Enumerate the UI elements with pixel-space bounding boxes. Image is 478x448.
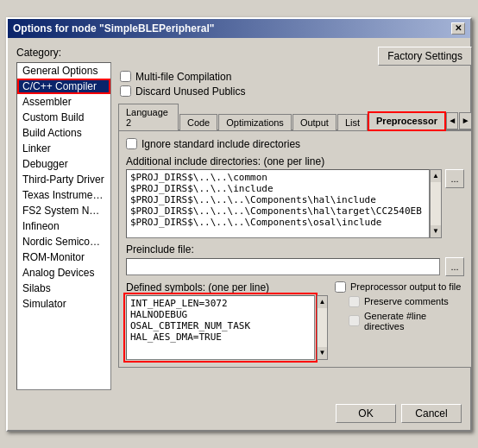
dialog-window: Options for node "SimpleBLEPeripheral" ✕… — [6, 17, 472, 432]
sidebar-item-third-party[interactable]: Third-Party Driver — [17, 172, 110, 187]
sidebar-item-cpp-compiler[interactable]: C/C++ Compiler — [17, 79, 110, 94]
preinclude-row: ... — [126, 257, 464, 276]
category-panel: Category: General Options C/C++ Compiler… — [16, 47, 111, 390]
multi-file-checkbox[interactable] — [120, 71, 131, 82]
additional-dirs-textarea[interactable]: $PROJ_DIRS$\..\..\common $PROJ_DIRS$\..\… — [126, 169, 430, 238]
discard-unused-checkbox[interactable] — [120, 85, 131, 97]
sidebar-item-general[interactable]: General Options — [17, 63, 110, 79]
generate-directives-label: Generate #line directives — [364, 311, 464, 331]
sidebar-item-analog[interactable]: Analog Devices — [17, 265, 110, 281]
preserve-comments-checkbox[interactable] — [349, 296, 360, 307]
tab-nav-left[interactable]: ◄ — [446, 112, 459, 129]
generate-directives-checkbox[interactable] — [349, 315, 360, 326]
sidebar-item-custom-build[interactable]: Custom Build — [17, 110, 110, 125]
preserve-comments-row: Preserve comments — [349, 296, 464, 307]
symbols-scroll-down[interactable]: ▼ — [318, 347, 327, 359]
tab-optimizations[interactable]: Optimizations — [218, 114, 292, 130]
defined-symbols-label: Defined symbols: (one per line) — [126, 281, 328, 293]
sidebar-item-assembler[interactable]: Assembler — [17, 94, 110, 110]
symbols-scroll-up[interactable]: ▲ — [318, 296, 327, 308]
multi-file-row: Multi-file Compilation — [120, 71, 472, 83]
additional-dirs-container: $PROJ_DIRS$\..\..\common $PROJ_DIRS$\..\… — [126, 169, 442, 238]
additional-dirs-scrollbar[interactable]: ▲ ▼ — [430, 169, 442, 238]
sidebar-item-linker[interactable]: Linker — [17, 141, 110, 156]
discard-unused-row: Discard Unused Publics — [120, 85, 472, 98]
preinclude-input[interactable] — [126, 258, 440, 275]
ignore-dirs-checkbox[interactable] — [126, 138, 137, 149]
sidebar-item-debugger[interactable]: Debugger — [17, 156, 110, 172]
preprocessor-output-row: Preprocessor output to file — [335, 281, 464, 293]
preprocessor-options-section: Preprocessor output to file Preserve com… — [335, 281, 464, 360]
ignore-dirs-row: Ignore standard include directories — [126, 138, 464, 150]
sidebar-item-simulator[interactable]: Simulator — [17, 296, 110, 312]
preinclude-browse-button[interactable]: ... — [445, 257, 464, 276]
category-label: Category: — [16, 47, 111, 59]
scroll-down-button[interactable]: ▼ — [431, 225, 441, 237]
preinclude-label: Preinclude file: — [126, 243, 464, 256]
symbols-scroll-thumb — [318, 308, 327, 347]
footer-buttons: OK Cancel — [8, 399, 470, 430]
tab-language2[interactable]: Language 2 — [118, 104, 179, 130]
bottom-section: Defined symbols: (one per line) INT_HEAP… — [126, 281, 464, 360]
title-bar: Options for node "SimpleBLEPeripheral" ✕ — [8, 19, 470, 38]
sidebar-item-nordic[interactable]: Nordic Semiconduc... — [17, 234, 110, 249]
sidebar-item-texas[interactable]: Texas Instruments — [17, 187, 110, 203]
symbols-section: Defined symbols: (one per line) INT_HEAP… — [126, 281, 328, 360]
checkboxes-section: Multi-file Compilation Discard Unused Pu… — [118, 71, 472, 98]
ok-button[interactable]: OK — [336, 404, 396, 423]
additional-dirs-label: Additional include directories: (one per… — [126, 155, 464, 167]
tab-nav-right[interactable]: ► — [459, 112, 472, 129]
scroll-thumb — [431, 182, 441, 225]
sidebar-item-build-actions[interactable]: Build Actions — [17, 125, 110, 141]
sidebar-item-silabs[interactable]: Silabs — [17, 281, 110, 296]
dialog-body: Category: General Options C/C++ Compiler… — [8, 38, 470, 399]
preserve-comments-label: Preserve comments — [364, 296, 449, 306]
additional-dirs-browse-button[interactable]: ... — [445, 169, 464, 188]
preprocessor-output-label: Preprocessor output to file — [350, 281, 461, 292]
sidebar-item-fs2[interactable]: FS2 System Naviga... — [17, 203, 110, 218]
cancel-button[interactable]: Cancel — [401, 404, 462, 423]
defined-symbols-textarea[interactable]: INT_HEAP_LEN=3072 HALNODEBUG OSAL_CBTIME… — [126, 295, 315, 360]
tabs-container: Language 2 Code Optimizations Output Lis… — [118, 103, 472, 368]
category-list: General Options C/C++ Compiler Assembler… — [16, 62, 111, 390]
factory-settings-button[interactable]: Factory Settings — [378, 47, 472, 66]
tab-code[interactable]: Code — [179, 114, 217, 130]
close-button[interactable]: ✕ — [451, 22, 465, 35]
sidebar-item-infineon[interactable]: Infineon — [17, 218, 110, 234]
discard-unused-label: Discard Unused Publics — [135, 85, 245, 98]
additional-dirs-section: Additional include directories: (one per… — [126, 155, 464, 238]
symbols-scrollbar[interactable]: ▲ ▼ — [317, 295, 328, 360]
main-panel: Factory Settings Multi-file Compilation … — [118, 47, 472, 390]
tab-content: Ignore standard include directories Addi… — [118, 131, 472, 368]
tab-preprocessor[interactable]: Preprocessor — [368, 112, 445, 130]
top-buttons-row: Factory Settings — [118, 47, 472, 66]
multi-file-label: Multi-file Compilation — [135, 71, 231, 83]
sidebar-item-rom-monitor[interactable]: ROM-Monitor — [17, 249, 110, 265]
preinclude-section: Preinclude file: ... — [126, 243, 464, 276]
tab-output[interactable]: Output — [292, 114, 336, 130]
generate-directives-row: Generate #line directives — [349, 311, 464, 331]
ignore-dirs-label: Ignore standard include directories — [142, 138, 300, 150]
scroll-up-button[interactable]: ▲ — [431, 170, 441, 182]
tab-list[interactable]: List — [337, 114, 368, 130]
preprocessor-output-checkbox[interactable] — [335, 281, 346, 293]
tabs-row: Language 2 Code Optimizations Output Lis… — [118, 103, 472, 131]
dialog-title: Options for node "SimpleBLEPeripheral" — [13, 22, 214, 35]
